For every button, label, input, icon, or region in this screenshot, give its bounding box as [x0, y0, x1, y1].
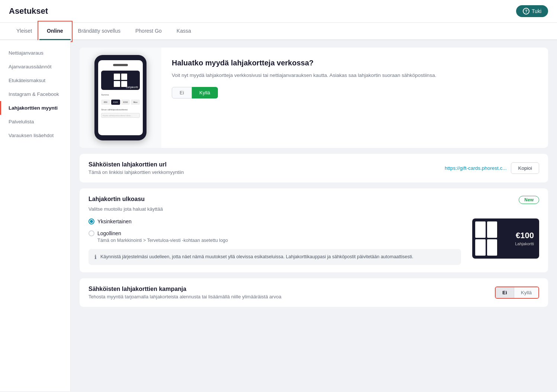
campaign-toggle-yes[interactable]: Kyllä — [514, 287, 538, 298]
phone-mockup: Lahjakortti Summa €50 €100 €150 Muu Sinu… — [94, 55, 147, 140]
gift-sell-card: Lahjakortti Summa €50 €100 €150 Muu Sinu… — [80, 48, 548, 148]
radio-simple-label: Yksinkertainen — [97, 218, 132, 224]
sidebar-item-nettiajanvaraus[interactable]: Nettiajanvaraus — [0, 46, 70, 60]
phone-screen: Lahjakortti Summa €50 €100 €150 Muu Sinu… — [98, 60, 143, 135]
gift-sell-title: Haluatko myydä lahjakortteja verkossa? — [172, 58, 538, 68]
radio-logo-circle[interactable] — [88, 230, 94, 236]
tuki-button[interactable]: ? Tuki — [516, 5, 548, 17]
radio-simple-circle[interactable] — [88, 218, 94, 224]
info-text: Käynnistä järjestelmäsi uudelleen, jotta… — [100, 253, 413, 260]
phone-amount-title: Summa — [101, 94, 140, 96]
appearance-title: Lahjakortin ulkoasu — [88, 196, 145, 203]
gc-block-2 — [487, 221, 498, 238]
sidebar-item-palvelulista[interactable]: Palvelulista — [0, 115, 70, 129]
copy-button[interactable]: Kopioi — [511, 162, 539, 174]
url-card: Sähköisten lahjakorttien url Tämä on lin… — [80, 154, 548, 182]
url-title: Sähköisten lahjakorttien url — [88, 161, 184, 168]
gc-right-text: €100 Lahjakortti — [515, 231, 534, 246]
question-icon: ? — [523, 8, 529, 14]
phone-card-image: Lahjakortti — [101, 71, 140, 90]
phone-amount-100: €100 — [111, 100, 120, 105]
sidebar-item-etukateismaksut[interactable]: Etukäteismaksut — [0, 74, 70, 87]
phone-notch — [113, 64, 128, 66]
radio-options: Yksinkertainen Logollinen Tämä on Markki… — [88, 218, 461, 265]
gift-card-visual: €100 Lahjakortti — [472, 218, 539, 259]
campaign-subtitle: Tehosta myyntiä tarjoamalla lahjakorteis… — [88, 294, 281, 299]
gift-sell-toggle: Ei Kyllä — [172, 87, 538, 98]
phone-amount-150: €150 — [121, 100, 130, 105]
sidebar-item-varauksen-lisaehdot[interactable]: Varauksen lisäehdot — [0, 129, 70, 142]
phone-input-label: Sinun sähköpostiosoitteesi — [101, 108, 140, 111]
info-box: ℹ Käynnistä järjestelmäsi uudelleen, jot… — [88, 249, 461, 265]
campaign-card-left: Sähköisten lahjakorttien kampanja Tehost… — [88, 286, 281, 299]
tab-phorest-go[interactable]: Phorest Go — [128, 23, 169, 40]
radio-option-simple: Yksinkertainen — [88, 218, 461, 224]
phone-preview: Lahjakortti Summa €50 €100 €150 Muu Sinu… — [80, 48, 161, 148]
appearance-header: Lahjakortin ulkoasu New — [88, 196, 539, 204]
phone-card-cross — [114, 74, 127, 87]
tab-online[interactable]: Online — [39, 23, 71, 40]
radio-option-logo: Logollinen Tämä on Markkinointi > Tervet… — [88, 230, 461, 243]
phone-amount-50: €50 — [101, 100, 110, 105]
content-area: Lahjakortti Summa €50 €100 €150 Muu Sinu… — [71, 40, 557, 391]
tab-yleiset[interactable]: Yleiset — [9, 23, 39, 40]
gift-sell-content: Haluatko myydä lahjakortteja verkossa? V… — [161, 48, 548, 148]
gc-block-3 — [475, 239, 486, 256]
phone-card-label: Lahjakortti — [126, 86, 138, 88]
phone-input-placeholder: Kirjoita sähköpostiosoitteesi tähän... — [103, 114, 132, 117]
gc-type: Lahjakortti — [515, 242, 534, 246]
campaign-toggle: Ei Kyllä — [495, 286, 539, 299]
appearance-body: Yksinkertainen Logollinen Tämä on Markki… — [88, 218, 539, 265]
campaign-card: Sähköisten lahjakorttien kampanja Tehost… — [80, 278, 548, 307]
tab-brandatty[interactable]: Brändätty sovellus — [71, 23, 128, 40]
gift-sell-toggle-no[interactable]: Ei — [172, 87, 192, 98]
tabs-bar: Yleiset Online Brändätty sovellus Phores… — [0, 23, 557, 40]
tab-kassa[interactable]: Kassa — [169, 23, 199, 40]
sidebar-item-lahjakorttien-myynti[interactable]: Lahjakorttien myynti — [0, 101, 70, 115]
sidebar: Nettiajanvaraus Ajanvaraussäännöt Etukät… — [0, 40, 71, 391]
url-link: https://gift-cards.phorest.c... — [445, 165, 507, 171]
phone-amount-row: €50 €100 €150 Muu — [101, 100, 140, 105]
appearance-subtitle: Valitse muotoilu jota haluat käyttää — [88, 206, 539, 212]
url-card-left: Sähköisten lahjakorttien url Tämä on lin… — [88, 161, 184, 175]
gift-sell-toggle-yes[interactable]: Kyllä — [192, 87, 218, 98]
radio-logo-label: Logollinen — [97, 230, 121, 236]
url-card-right: https://gift-cards.phorest.c... Kopioi — [445, 162, 539, 174]
gc-amount: €100 — [515, 231, 534, 240]
gc-block-4 — [487, 239, 498, 256]
page-title: Asetukset — [9, 6, 48, 16]
phone-input-field: Kirjoita sähköpostiosoitteesi tähän... — [101, 113, 140, 118]
header: Asetukset ? Tuki — [0, 0, 557, 23]
sidebar-item-ajanvaraussaannot[interactable]: Ajanvaraussäännöt — [0, 60, 70, 74]
gift-sell-description: Voit nyt myydä lahjakortteja verkkosivus… — [172, 71, 538, 80]
campaign-toggle-no[interactable]: Ei — [496, 287, 514, 298]
appearance-card: Lahjakortin ulkoasu New Valitse muotoilu… — [80, 188, 548, 272]
campaign-title: Sähköisten lahjakorttien kampanja — [88, 286, 281, 292]
info-icon: ℹ — [94, 254, 97, 260]
radio-row-logo: Logollinen — [88, 230, 461, 236]
radio-row-simple: Yksinkertainen — [88, 218, 461, 224]
tuki-label: Tuki — [532, 8, 541, 14]
url-subtitle: Tämä on linkkisi lahjakorttien verkkomyy… — [88, 169, 184, 175]
gc-block-1 — [475, 221, 486, 238]
radio-logo-sublabel: Tämä on Markkinointi > Tervetuloa-viesti… — [97, 238, 461, 243]
gc-left-pattern — [472, 218, 500, 259]
main-layout: Nettiajanvaraus Ajanvaraussäännöt Etukät… — [0, 40, 557, 391]
phone-amount-other: Muu — [131, 100, 140, 105]
new-badge: New — [519, 196, 539, 204]
sidebar-item-instagram-facebook[interactable]: Instagram & Facebook — [0, 87, 70, 101]
